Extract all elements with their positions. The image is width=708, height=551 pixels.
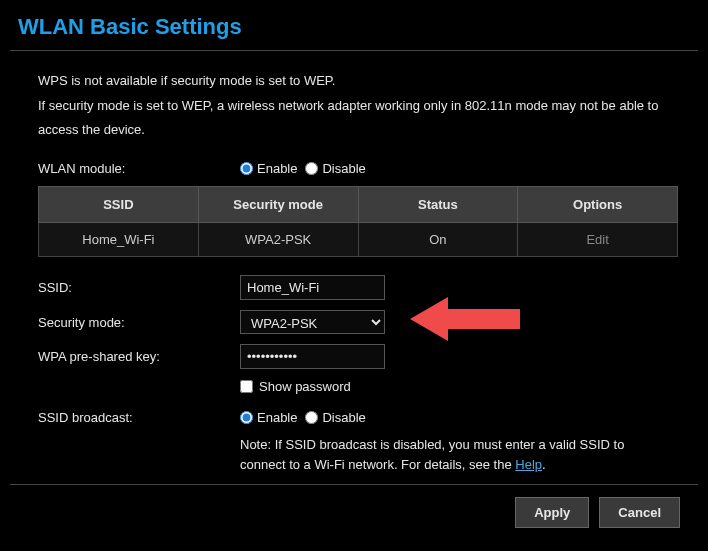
wlan-module-label: WLAN module: [38,161,240,176]
note-prefix: Note: If SSID broadcast is disabled, you… [240,437,624,472]
info-line-1: WPS is not available if security mode is… [38,69,694,94]
ssid-broadcast-label: SSID broadcast: [38,410,240,425]
wpa-key-label: WPA pre-shared key: [38,349,240,364]
cancel-button[interactable]: Cancel [599,497,680,528]
wlan-disable-radio[interactable]: Disable [305,161,365,176]
wlan-module-row: WLAN module: Enable Disable [38,161,694,176]
wlan-disable-radio-input[interactable] [305,162,318,175]
ssid-table: SSID Security mode Status Options Home_W… [38,186,678,257]
broadcast-disable-label: Disable [322,410,365,425]
broadcast-disable-radio[interactable]: Disable [305,410,365,425]
show-password-row: Show password [240,379,694,394]
wlan-disable-label: Disable [322,161,365,176]
broadcast-enable-label: Enable [257,410,297,425]
broadcast-enable-radio[interactable]: Enable [240,410,297,425]
broadcast-disable-radio-input[interactable] [305,411,318,424]
wpa-key-row: WPA pre-shared key: [38,344,694,369]
ssid-input[interactable] [240,275,385,300]
th-options: Options [518,187,678,223]
info-line-2: If security mode is set to WEP, a wirele… [38,94,694,143]
ssid-field-row: SSID: [38,275,694,300]
broadcast-enable-radio-input[interactable] [240,411,253,424]
note-suffix: . [542,457,546,472]
wlan-enable-label: Enable [257,161,297,176]
th-security: Security mode [198,187,358,223]
table-header-row: SSID Security mode Status Options [39,187,678,223]
wpa-key-input[interactable] [240,344,385,369]
security-mode-row: Security mode: WPA2-PSK [38,310,694,334]
td-edit[interactable]: Edit [518,223,678,257]
help-link[interactable]: Help [515,457,542,472]
ssid-broadcast-row: SSID broadcast: Enable Disable [38,410,694,425]
show-password-label: Show password [259,379,351,394]
table-row: Home_Wi-Fi WPA2-PSK On Edit [39,223,678,257]
security-mode-label: Security mode: [38,315,240,330]
th-status: Status [358,187,518,223]
apply-button[interactable]: Apply [515,497,589,528]
page-title: WLAN Basic Settings [0,0,708,50]
show-password-checkbox[interactable] [240,380,253,393]
wlan-enable-radio[interactable]: Enable [240,161,297,176]
th-ssid: SSID [39,187,199,223]
td-status: On [358,223,518,257]
ssid-label: SSID: [38,280,240,295]
td-ssid: Home_Wi-Fi [39,223,199,257]
td-security: WPA2-PSK [198,223,358,257]
button-row: Apply Cancel [10,484,698,528]
info-text: WPS is not available if security mode is… [38,69,694,143]
broadcast-note: Note: If SSID broadcast is disabled, you… [240,435,694,474]
wlan-enable-radio-input[interactable] [240,162,253,175]
security-mode-select[interactable]: WPA2-PSK [240,310,385,334]
